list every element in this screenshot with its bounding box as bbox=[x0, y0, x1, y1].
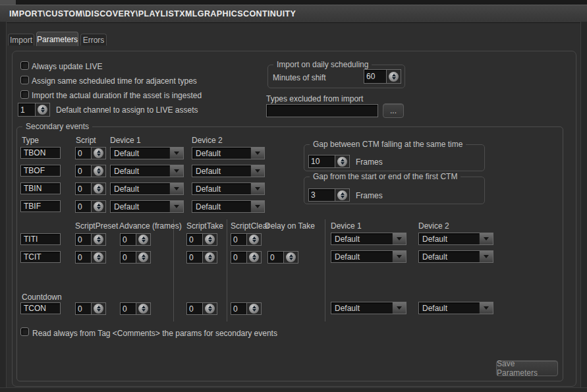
chevron-down-icon[interactable] bbox=[250, 148, 264, 159]
advance-spinner[interactable]: 0 bbox=[120, 233, 151, 246]
chevron-down-icon[interactable] bbox=[250, 201, 264, 212]
import-actual-duration-checkbox[interactable] bbox=[20, 90, 29, 99]
scripttake-spinner[interactable]: 0 bbox=[186, 233, 217, 246]
type-field[interactable]: TBON bbox=[20, 147, 61, 159]
scripttake-spinner[interactable]: 0 bbox=[186, 302, 217, 315]
script-spinner[interactable]: 0 bbox=[75, 182, 106, 195]
spinner-up-down-icon[interactable] bbox=[91, 165, 105, 177]
chevron-down-icon[interactable] bbox=[169, 148, 183, 159]
minutes-of-shift-spinner[interactable]: 60 bbox=[364, 69, 401, 84]
chevron-down-icon[interactable] bbox=[169, 165, 183, 177]
spinner-value: 10 bbox=[309, 155, 335, 167]
advance-spinner[interactable]: 0 bbox=[120, 251, 151, 264]
dropdown-value: Default bbox=[111, 165, 169, 177]
column-header-scriptpreset: ScriptPreset bbox=[75, 221, 118, 231]
scriptpreset-spinner[interactable]: 0 bbox=[75, 302, 106, 315]
device2-dropdown[interactable]: Default bbox=[192, 147, 265, 159]
gap-first-ctm-group-title: Gap from the start or end of the first C… bbox=[310, 172, 461, 181]
spinner-up-down-icon[interactable] bbox=[246, 234, 261, 245]
spinner-up-down-icon[interactable] bbox=[335, 155, 349, 167]
spinner-up-down-icon[interactable] bbox=[202, 303, 217, 314]
spinner-up-down-icon[interactable] bbox=[335, 189, 349, 201]
delay-on-take-spinner[interactable]: 0 bbox=[267, 251, 298, 264]
spinner-value: 0 bbox=[121, 252, 136, 263]
device1-dropdown[interactable]: Default bbox=[331, 250, 406, 263]
script-spinner[interactable]: 0 bbox=[75, 147, 106, 159]
device1-dropdown[interactable]: Default bbox=[110, 165, 184, 177]
chevron-down-icon[interactable] bbox=[479, 302, 493, 314]
types-excluded-label: Types excluded from import bbox=[266, 94, 363, 103]
spinner-up-down-icon[interactable] bbox=[136, 252, 150, 263]
device1-dropdown[interactable]: Default bbox=[331, 302, 406, 314]
device2-dropdown[interactable]: Default bbox=[418, 233, 493, 245]
spinner-up-down-icon[interactable] bbox=[91, 303, 105, 314]
chevron-down-icon[interactable] bbox=[250, 165, 264, 177]
tab-import[interactable]: Import bbox=[8, 34, 34, 45]
assign-same-time-checkbox[interactable] bbox=[20, 76, 29, 84]
spinner-up-down-icon[interactable] bbox=[136, 303, 150, 314]
spinner-up-down-icon[interactable] bbox=[91, 148, 105, 159]
device2-dropdown[interactable]: Default bbox=[418, 302, 493, 314]
chevron-down-icon[interactable] bbox=[479, 233, 493, 244]
spinner-up-down-icon[interactable] bbox=[91, 252, 105, 263]
default-channel-spinner[interactable]: 1 bbox=[18, 103, 50, 117]
browse-button[interactable]: ... bbox=[383, 103, 404, 118]
device1-dropdown[interactable]: Default bbox=[331, 233, 406, 245]
gap-same-time-spinner[interactable]: 10 bbox=[308, 155, 350, 168]
spinner-up-down-icon[interactable] bbox=[35, 103, 49, 116]
type-field[interactable]: TITI bbox=[20, 233, 61, 245]
spinner-up-down-icon[interactable] bbox=[202, 252, 217, 263]
scriptclear-spinner[interactable]: 0 bbox=[231, 233, 262, 246]
scriptclear-spinner[interactable]: 0 bbox=[231, 302, 262, 315]
scriptclear-spinner[interactable]: 0 bbox=[231, 251, 262, 264]
script-spinner[interactable]: 0 bbox=[75, 165, 106, 177]
tab-parameters[interactable]: Parameters bbox=[36, 32, 78, 46]
always-update-live-label: Always update LIVE bbox=[32, 62, 102, 71]
device2-dropdown[interactable]: Default bbox=[192, 200, 265, 213]
spinner-up-down-icon[interactable] bbox=[91, 201, 105, 212]
spinner-up-down-icon[interactable] bbox=[246, 252, 261, 263]
column-header-delay-on-take: Delay on Take bbox=[265, 221, 315, 231]
device1-dropdown[interactable]: Default bbox=[110, 200, 184, 213]
save-parameters-button[interactable]: Save Parameters bbox=[496, 360, 558, 376]
chevron-down-icon[interactable] bbox=[169, 183, 183, 194]
chevron-down-icon[interactable] bbox=[250, 183, 264, 194]
spinner-up-down-icon[interactable] bbox=[91, 234, 105, 245]
spinner-up-down-icon[interactable] bbox=[202, 234, 217, 245]
chevron-down-icon[interactable] bbox=[392, 251, 406, 262]
always-update-live-checkbox[interactable] bbox=[20, 61, 29, 70]
dropdown-value: Default bbox=[331, 302, 392, 314]
type-field[interactable]: TCIT bbox=[20, 251, 61, 263]
dropdown-value: Default bbox=[111, 183, 169, 194]
gap-first-ctm-spinner[interactable]: 3 bbox=[308, 188, 350, 202]
tab-errors[interactable]: Errors bbox=[80, 34, 107, 45]
device1-dropdown[interactable]: Default bbox=[110, 182, 184, 195]
default-channel-value: 1 bbox=[18, 103, 35, 116]
scriptpreset-spinner[interactable]: 0 bbox=[75, 233, 106, 246]
spinner-value: 0 bbox=[231, 252, 246, 263]
spinner-up-down-icon[interactable] bbox=[283, 252, 298, 263]
chevron-down-icon[interactable] bbox=[392, 302, 406, 314]
type-field[interactable]: TBIF bbox=[20, 200, 61, 212]
chevron-down-icon[interactable] bbox=[169, 201, 183, 212]
advance-spinner[interactable]: 0 bbox=[120, 302, 151, 315]
type-field[interactable]: TBIN bbox=[20, 182, 61, 194]
type-field[interactable]: TCON bbox=[20, 302, 61, 314]
minutes-of-shift-value: 60 bbox=[364, 70, 386, 83]
chevron-down-icon[interactable] bbox=[479, 251, 493, 262]
scriptpreset-spinner[interactable]: 0 bbox=[75, 251, 106, 264]
device2-dropdown[interactable]: Default bbox=[192, 182, 265, 195]
chevron-down-icon[interactable] bbox=[392, 233, 406, 244]
device1-dropdown[interactable]: Default bbox=[110, 147, 184, 159]
spinner-up-down-icon[interactable] bbox=[386, 70, 401, 83]
scripttake-spinner[interactable]: 0 bbox=[186, 251, 217, 264]
script-spinner[interactable]: 0 bbox=[75, 200, 106, 213]
type-field[interactable]: TBOF bbox=[20, 165, 61, 177]
read-always-checkbox[interactable] bbox=[20, 327, 29, 336]
spinner-up-down-icon[interactable] bbox=[136, 234, 150, 245]
spinner-up-down-icon[interactable] bbox=[246, 303, 261, 314]
types-excluded-input[interactable] bbox=[266, 104, 378, 117]
spinner-up-down-icon[interactable] bbox=[91, 183, 105, 194]
device2-dropdown[interactable]: Default bbox=[192, 165, 265, 177]
device2-dropdown[interactable]: Default bbox=[418, 250, 493, 263]
